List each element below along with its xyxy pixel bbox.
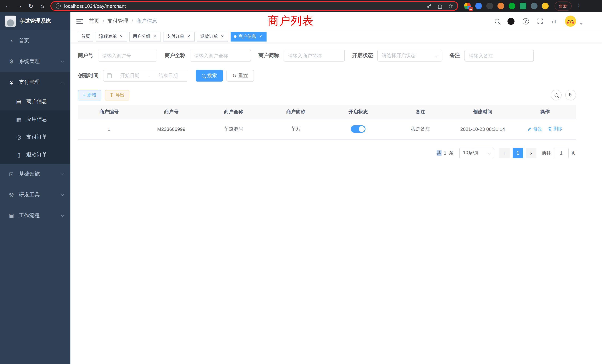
logo[interactable]: 芋道管理系统	[0, 12, 70, 30]
key-icon[interactable]	[427, 3, 432, 9]
close-icon[interactable]: ×	[186, 34, 191, 39]
filter-merchant-no: 商户号	[78, 50, 157, 62]
refresh-table-button[interactable]: ↻	[565, 90, 576, 100]
sidebar-menu: ◔ 首页 ⚙ 系统管理 ¥ 支付管理 ▤ 商户信息	[0, 30, 70, 226]
close-icon[interactable]: ×	[220, 34, 225, 39]
github-icon[interactable]	[507, 18, 514, 25]
field-label: 开启状态	[352, 52, 373, 59]
delete-button[interactable]: 删除	[548, 126, 562, 132]
extension-icon-2[interactable]	[475, 3, 482, 9]
browser-chrome: ← → ↻ ⌂ i localhost:1024/pay/merchant ☆ …	[0, 0, 602, 12]
chevron-down-icon	[487, 151, 491, 155]
target-icon: ◎	[16, 134, 22, 140]
cell-short-name: 芋艿	[265, 119, 327, 139]
extension-icon-4[interactable]	[497, 3, 504, 9]
sidebar-item-workflow[interactable]: ▣ 工作流程	[0, 205, 70, 226]
site-info-icon[interactable]: i	[56, 3, 61, 9]
font-size-icon[interactable]: T T	[551, 18, 557, 24]
close-icon[interactable]: ×	[119, 34, 124, 39]
dashboard-icon: ◔	[8, 38, 14, 44]
sidebar-item-payment[interactable]: ¥ 支付管理	[0, 72, 70, 93]
tab-home[interactable]: 首页	[78, 32, 93, 41]
sidebar-item-pay-order[interactable]: ◎ 支付订单	[0, 128, 70, 146]
tab-pay-order[interactable]: 支付订单 ×	[163, 32, 195, 41]
pencil-icon	[527, 127, 532, 131]
fullscreen-icon[interactable]	[537, 18, 543, 24]
edit-button[interactable]: 修改	[527, 126, 542, 132]
filter-short-name: 商户简称	[258, 50, 345, 62]
export-button[interactable]: ↧ 导出	[105, 90, 129, 100]
tab-merchant-info[interactable]: 商户信息 ×	[231, 32, 267, 41]
refresh-icon: ↻	[232, 73, 236, 78]
browser-update-button[interactable]: 更新	[555, 1, 572, 11]
chevron-down-icon	[61, 59, 64, 62]
document-icon: ▯	[16, 152, 22, 158]
sidebar-item-home[interactable]: ◔ 首页	[0, 30, 70, 51]
back-icon[interactable]: ←	[3, 1, 13, 11]
extension-icon-5[interactable]	[509, 3, 515, 9]
full-name-input[interactable]	[190, 50, 251, 62]
goto-page-input[interactable]	[554, 148, 569, 158]
sidebar-item-refund-order[interactable]: ▯ 退款订单	[0, 146, 70, 164]
table-toolbar: + 新增 ↧ 导出 ↻	[78, 90, 576, 100]
prev-page-button[interactable]: ‹	[499, 148, 510, 158]
url-text: localhost:1024/pay/merchant	[64, 3, 126, 9]
sidebar-item-dev-tools[interactable]: ⚒ 研发工具	[0, 185, 70, 205]
tab-refund-order[interactable]: 退款订单 ×	[197, 32, 228, 41]
tab-user-group[interactable]: 用户分组 ×	[129, 32, 161, 41]
extension-icon-1[interactable]: 10	[464, 3, 471, 9]
cell-status	[327, 119, 389, 139]
share-icon[interactable]	[438, 3, 443, 9]
hamburger-icon[interactable]	[76, 19, 83, 23]
status-toggle[interactable]	[351, 125, 366, 133]
extension-icon-7[interactable]	[531, 3, 538, 9]
merchant-no-input[interactable]	[98, 50, 157, 62]
extension-icon-3[interactable]	[486, 3, 493, 9]
main-area: 首页 / 支付管理 / 商户信息 ? T T	[70, 12, 602, 364]
toggle-search-button[interactable]	[551, 90, 562, 100]
search-icon[interactable]	[495, 19, 499, 23]
short-name-input[interactable]	[284, 50, 345, 62]
sidebar-item-app-info[interactable]: ▦ 应用信息	[0, 110, 70, 128]
cell-actions: 修改 删除	[514, 119, 576, 139]
current-page-button[interactable]: 1	[513, 148, 523, 158]
breadcrumb-separator: /	[103, 18, 104, 24]
breadcrumb-payment[interactable]: 支付管理	[108, 18, 128, 24]
search-icon	[554, 93, 558, 97]
logo-title: 芋道管理系统	[20, 18, 51, 24]
extension-icon-6[interactable]	[520, 3, 526, 9]
sidebar-item-system[interactable]: ⚙ 系统管理	[0, 51, 70, 72]
user-avatar[interactable]	[565, 16, 576, 27]
app-frame: 芋道管理系统 ◔ 首页 ⚙ 系统管理 ¥ 支付管理	[0, 12, 602, 364]
reset-button[interactable]: ↻ 重置	[226, 70, 254, 82]
breadcrumb-current: 商户信息	[136, 18, 157, 24]
date-range-picker[interactable]: 开始日期 - 结束日期	[103, 70, 188, 82]
address-bar[interactable]: i localhost:1024/pay/merchant ☆	[50, 1, 458, 11]
help-icon[interactable]: ?	[523, 18, 529, 24]
close-icon[interactable]: ×	[258, 34, 263, 39]
status-select[interactable]: 请选择开启状态	[377, 50, 442, 62]
chevron-down-icon	[61, 213, 64, 216]
table-header: 商户编号 商户号 商户全称 商户简称 开启状态 备注 创建时间 操作	[78, 105, 576, 119]
credit-card-icon: ▤	[16, 98, 22, 105]
chevron-up-icon	[61, 82, 64, 85]
search-button[interactable]: 搜索	[196, 70, 223, 82]
briefcase-icon: ▣	[8, 212, 14, 219]
browser-menu-icon[interactable]: ⋮	[576, 3, 581, 9]
breadcrumb-home[interactable]: 首页	[89, 18, 99, 24]
add-button[interactable]: + 新增	[78, 90, 101, 100]
sidebar-item-infrastructure[interactable]: ⊡ 基础设施	[0, 164, 70, 185]
tab-process-form[interactable]: 流程表单 ×	[96, 32, 127, 41]
reload-icon[interactable]: ↻	[26, 1, 36, 11]
sidebar-item-merchant-info[interactable]: ▤ 商户信息	[0, 93, 70, 110]
forward-icon[interactable]: →	[14, 1, 24, 11]
extension-icon-8[interactable]	[542, 3, 549, 9]
avatar-caret-icon[interactable]	[580, 23, 583, 25]
navbar-actions: ? T T	[495, 16, 583, 27]
remark-input[interactable]	[464, 50, 534, 62]
close-icon[interactable]: ×	[152, 34, 158, 39]
page-size-select[interactable]: 10条/页	[459, 148, 494, 158]
home-icon[interactable]: ⌂	[37, 1, 47, 11]
bookmark-star-icon[interactable]: ☆	[448, 3, 453, 9]
next-page-button[interactable]: ›	[526, 148, 536, 158]
